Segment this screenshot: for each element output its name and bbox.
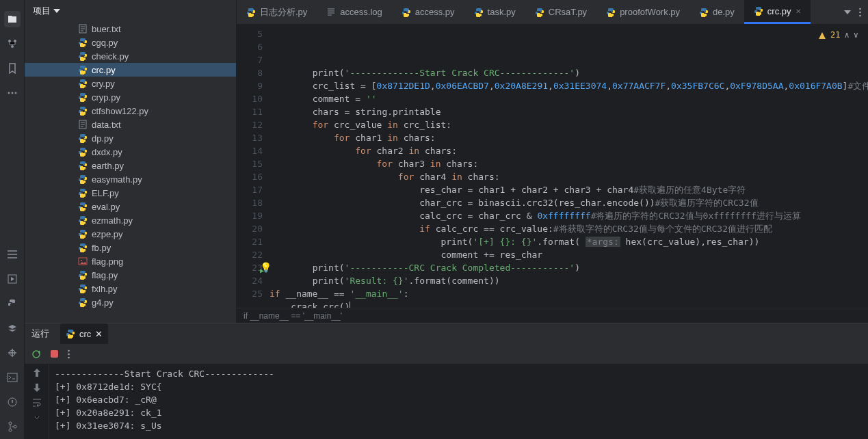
code-line[interactable]: for char1 in chars: [269, 131, 868, 144]
file-row[interactable]: data.txt [25, 118, 236, 131]
editor-tab[interactable]: 日志分析.py [237, 0, 317, 24]
bookmarks-icon[interactable] [4, 60, 21, 77]
file-row[interactable]: g4.py [25, 295, 236, 309]
down-arrow-icon[interactable] [34, 384, 40, 392]
structure-icon[interactable] [4, 36, 21, 52]
expand-icon[interactable] [34, 414, 40, 421]
file-row[interactable]: easymath.py [25, 172, 236, 186]
line-number[interactable]: 19 [237, 209, 263, 222]
code-line[interactable]: print('Result: {}'.format(comment)) [269, 274, 868, 287]
rerun-icon[interactable] [31, 349, 41, 359]
file-row[interactable]: cgq.py [25, 36, 236, 49]
code-line[interactable]: print('[+] {}: {}'.format( *args: hex(cr… [269, 235, 868, 248]
more-icon[interactable] [4, 85, 21, 101]
code-line[interactable]: chars = string.printable [269, 105, 868, 118]
editor-tab[interactable]: crc.py✕ [744, 0, 811, 24]
line-number[interactable]: 20 [237, 222, 263, 235]
file-row[interactable]: cry.py [25, 77, 236, 90]
editor-tab[interactable]: access.py [392, 0, 464, 24]
code-line[interactable]: if __name__ == '__main__': [269, 287, 868, 300]
stop-icon[interactable] [51, 350, 58, 358]
file-row[interactable]: earth.py [25, 159, 236, 172]
line-number[interactable]: 16 [237, 170, 263, 183]
file-row[interactable]: ezmath.py [25, 213, 236, 227]
file-row[interactable]: cryp.py [25, 90, 236, 104]
more-icon[interactable] [859, 8, 861, 17]
code-line[interactable]: print('-----------CRC Crack Completed---… [269, 261, 868, 274]
code-line[interactable]: comment = '' [269, 92, 868, 105]
file-row[interactable]: ctfshow122.py [25, 104, 236, 118]
line-number[interactable]: 23 [237, 261, 263, 274]
line-number[interactable]: 14 [237, 144, 263, 157]
line-number[interactable]: 9 [237, 79, 263, 92]
code-line[interactable]: if calc_crc == crc_value:#将获取字符的CRC32值与每… [269, 222, 868, 235]
line-number[interactable]: 5 [237, 27, 263, 40]
run-config-tab[interactable]: crc ✕ [60, 323, 108, 344]
line-number[interactable]: 6 [237, 40, 263, 53]
run-console[interactable]: -------------Start Crack CRC------------… [49, 364, 868, 439]
next-problem-icon[interactable]: ∨ [854, 29, 858, 42]
line-number[interactable]: 8 [237, 66, 263, 79]
line-number[interactable]: 18 [237, 196, 263, 209]
line-number[interactable]: 7 [237, 53, 263, 66]
close-icon[interactable]: ✕ [795, 8, 801, 15]
line-number[interactable]: 25 [237, 287, 263, 300]
line-number[interactable]: 11 [237, 105, 263, 118]
code-line[interactable]: comment += res_char [269, 248, 868, 261]
line-number[interactable]: 10 [237, 92, 263, 105]
chevron-down-icon[interactable] [844, 10, 851, 14]
code-line[interactable]: calc_crc = char_crc & 0xffffffff#将遍历的字符的… [269, 209, 868, 222]
code-line[interactable]: res_char = char1 + char2 + char3 + char4… [269, 183, 868, 196]
editor-tab[interactable]: CRsaT.py [525, 0, 596, 24]
vcs-icon[interactable] [4, 418, 21, 435]
file-row[interactable]: dxdx.py [25, 145, 236, 159]
line-number[interactable]: 12 [237, 118, 263, 131]
problems-indicator[interactable]: 21 ∧ ∨ [818, 29, 858, 42]
line-number[interactable]: 21 [237, 235, 263, 248]
file-row[interactable]: buer.txt [25, 22, 236, 36]
line-gutter[interactable]: 5678910111213141516171819202122232425💡▶ [237, 25, 269, 308]
editor-tab[interactable]: access.log [317, 0, 391, 24]
file-row[interactable]: flag.py [25, 268, 236, 282]
line-number[interactable]: 17 [237, 183, 263, 196]
run-title[interactable]: 运行 [31, 328, 49, 340]
terminal-icon[interactable] [4, 369, 21, 386]
file-row[interactable]: ELF.py [25, 186, 236, 200]
run-tool-icon[interactable] [4, 271, 21, 287]
python-console-icon[interactable] [4, 295, 21, 312]
line-number[interactable]: 15 [237, 157, 263, 170]
problems-icon[interactable] [4, 394, 21, 410]
prev-problem-icon[interactable]: ∧ [845, 29, 850, 42]
file-tree[interactable]: buer.txtcgq.pycheick.pycrc.pycry.pycryp.… [25, 22, 236, 323]
code-line[interactable]: crc_list = [0x8712DE1D,0x06EACBD7,0x20A8… [269, 79, 868, 92]
wrap-icon[interactable] [32, 399, 42, 407]
project-panel-header[interactable]: 项目 [25, 0, 236, 22]
run-gutter-icon[interactable]: ▶ [260, 264, 264, 277]
code-line[interactable]: print('-------------Start Crack CRC-----… [269, 66, 868, 79]
services-icon[interactable] [4, 320, 21, 336]
file-row[interactable]: crc.py [25, 63, 236, 77]
file-row[interactable]: flag.png [25, 254, 236, 268]
file-row[interactable]: dp.py [25, 131, 236, 145]
file-row[interactable]: fxlh.py [25, 282, 236, 295]
up-arrow-icon[interactable] [34, 369, 40, 377]
code-editor[interactable]: 21 ∧ ∨ print('-------------Start Crack C… [269, 25, 868, 308]
code-line[interactable]: crack_crc() [269, 300, 868, 308]
list-icon[interactable] [4, 246, 21, 263]
file-row[interactable]: ezpe.py [25, 227, 236, 241]
code-line[interactable]: for char3 in chars: [269, 157, 868, 170]
debug-icon[interactable] [4, 345, 21, 361]
close-icon[interactable]: ✕ [95, 329, 103, 339]
code-line[interactable]: char_crc = binascii.crc32(res_char.encod… [269, 196, 868, 209]
file-row[interactable]: cheick.py [25, 49, 236, 63]
editor-tab[interactable]: de.py [689, 0, 744, 24]
code-line[interactable]: for char4 in chars: [269, 170, 868, 183]
code-line[interactable]: for char2 in chars: [269, 144, 868, 157]
project-tool-icon[interactable] [4, 11, 21, 27]
editor-tab[interactable]: task.py [464, 0, 525, 24]
line-number[interactable]: 24 [237, 274, 263, 287]
more-icon[interactable] [68, 349, 70, 359]
line-number[interactable]: 22 [237, 248, 263, 261]
breadcrumb[interactable]: if __name__ == '__main__' [237, 308, 868, 323]
file-row[interactable]: fb.py [25, 241, 236, 254]
